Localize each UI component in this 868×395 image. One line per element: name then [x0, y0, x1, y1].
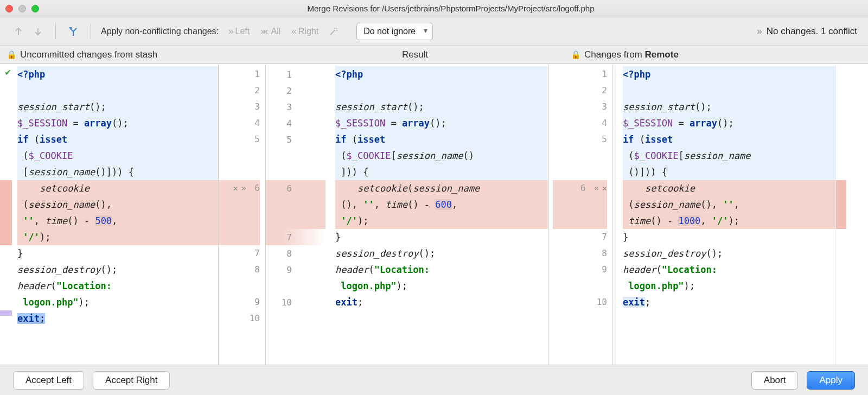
abort-button[interactable]: Abort	[751, 371, 799, 390]
right-gutter: 12345 6 «✕ 78910	[548, 64, 613, 365]
footer: Accept Left Accept Right Abort Apply	[0, 365, 868, 395]
ignore-select[interactable]: Do not ignore	[356, 23, 433, 40]
lock-icon: 🔒	[7, 50, 17, 60]
apply-all-button[interactable]: »« All	[257, 26, 284, 37]
pane-headers: 🔒 Uncommitted changes from stash Result …	[0, 46, 868, 64]
previous-diff-icon[interactable]	[11, 24, 26, 39]
toolbar: Apply non-conflicting changes: »Left »« …	[0, 17, 868, 46]
ignore-select-wrap: Do not ignore	[356, 23, 433, 40]
result-code[interactable]: <?php session_start(); $_SESSION = array…	[326, 64, 548, 313]
status-text: » No changes. 1 conflict	[757, 26, 857, 37]
apply-left-button[interactable]: »Left	[225, 26, 253, 37]
left-gutter: 12345 ✕» 6 78910	[218, 64, 266, 365]
result-pane[interactable]: ✔ <?php session_start(); $_SESSION = arr…	[326, 64, 548, 365]
apply-label: Apply non-conflicting changes:	[101, 27, 219, 36]
mid-pane-header: Result	[266, 49, 564, 60]
separator	[91, 24, 91, 39]
merge-panes: ✔ <?php session_start(); $_SESSION = arr…	[0, 64, 868, 365]
right-pane[interactable]: ✔ <?php session_start(); $_SESSION = arr…	[613, 64, 835, 365]
left-code[interactable]: <?php session_start(); $_SESSION = array…	[0, 64, 218, 329]
apply-right-button[interactable]: «Right	[288, 26, 322, 37]
close-window-button[interactable]	[5, 5, 13, 12]
accept-left-arrow-icon[interactable]: «	[594, 180, 599, 196]
accept-right-button[interactable]: Accept Right	[93, 371, 170, 390]
maximize-window-button[interactable]	[31, 5, 39, 12]
next-diff-icon[interactable]	[30, 24, 46, 39]
magic-wand-icon[interactable]	[326, 24, 341, 39]
reject-icon[interactable]: ✕	[602, 180, 607, 196]
left-pane[interactable]: ✔ <?php session_start(); $_SESSION = arr…	[0, 64, 218, 365]
right-code[interactable]: <?php session_start(); $_SESSION = array…	[613, 64, 835, 313]
accept-left-button[interactable]: Accept Left	[13, 371, 84, 390]
apply-button[interactable]: Apply	[807, 371, 855, 390]
lock-icon: 🔒	[571, 50, 581, 60]
gap-left-mid: 1 2 3 4 5 6 7 8 9 10	[266, 64, 326, 365]
window-controls	[5, 5, 39, 12]
reject-icon[interactable]: ✕	[233, 180, 238, 196]
minimize-window-button[interactable]	[18, 5, 26, 12]
separator	[55, 24, 56, 39]
right-edge-strip	[835, 64, 846, 365]
accept-right-arrow-icon[interactable]: »	[241, 180, 246, 196]
merge-icon[interactable]	[66, 24, 81, 39]
left-pane-header: 🔒 Uncommitted changes from stash	[0, 49, 266, 60]
titlebar: Merge Revisions for /Users/jetbrains/Php…	[0, 0, 868, 17]
right-pane-header: 🔒 Changes from Remote	[564, 49, 868, 60]
window-title: Merge Revisions for /Users/jetbrains/Php…	[39, 4, 863, 13]
